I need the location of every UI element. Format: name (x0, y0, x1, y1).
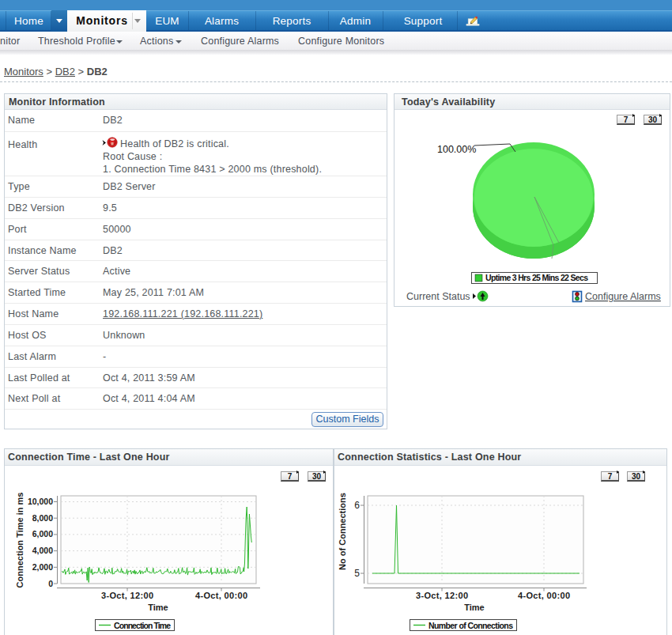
svg-text:8,000: 8,000 (32, 513, 53, 523)
svg-text:Uptime 3 Hrs 25 Mins 22 Secs: Uptime 3 Hrs 25 Mins 22 Secs (485, 273, 588, 282)
svg-text:3-Oct, 12:00: 3-Oct, 12:00 (416, 591, 468, 600)
svg-text:6,000: 6,000 (32, 529, 53, 539)
svg-text:3-Oct, 12:00: 3-Oct, 12:00 (101, 591, 153, 600)
svg-text:Number of Connections: Number of Connections (428, 621, 513, 630)
svg-text:4-Oct, 00:00: 4-Oct, 00:00 (195, 591, 247, 600)
svg-text:4,000: 4,000 (32, 546, 53, 555)
svg-text:4-Oct, 00:00: 4-Oct, 00:00 (518, 591, 570, 600)
svg-text:Configure Alarms: Configure Alarms (585, 291, 661, 302)
svg-text:Time: Time (464, 603, 484, 612)
svg-text:5: 5 (354, 568, 360, 579)
svg-text:No of Connections: No of Connections (338, 493, 347, 570)
svg-text:0: 0 (48, 579, 53, 588)
svg-text:2,000: 2,000 (32, 562, 53, 572)
svg-text:Connection Time: Connection Time (114, 621, 171, 630)
svg-text:Current Status: Current Status (406, 291, 470, 302)
svg-text:10,000: 10,000 (28, 497, 53, 506)
svg-text:Time: Time (148, 603, 168, 612)
svg-text:100.00%: 100.00% (437, 144, 476, 155)
svg-text:6: 6 (354, 500, 360, 511)
svg-text:Connection Time in ms: Connection Time in ms (15, 493, 25, 588)
